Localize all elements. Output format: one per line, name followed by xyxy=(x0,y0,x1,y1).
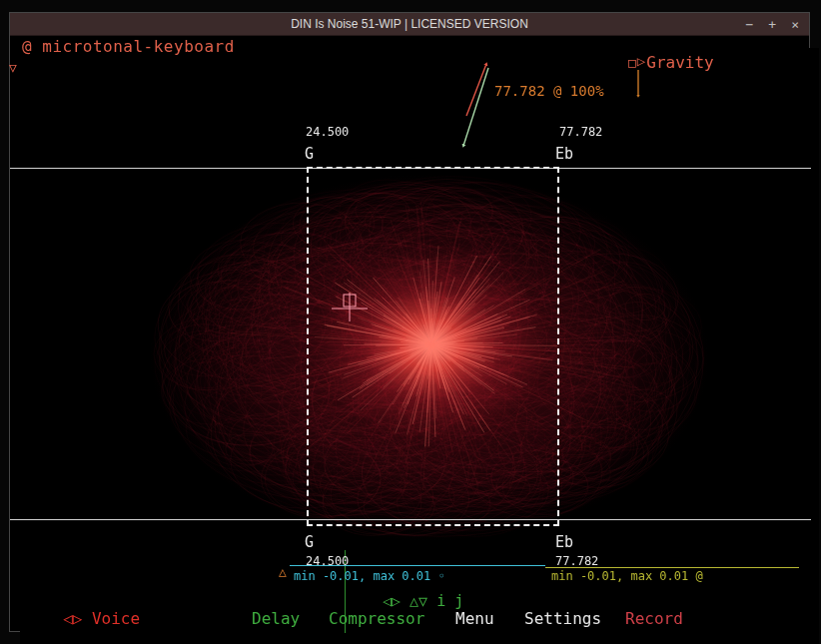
bottom-right-note: Eb xyxy=(555,534,573,551)
menu-item-voice[interactable]: ◁▷ Voice xyxy=(63,610,140,628)
menu-item-settings[interactable]: Settings xyxy=(524,610,601,628)
menu-item-delay[interactable]: Delay xyxy=(252,610,300,628)
top-left-note: G xyxy=(305,146,314,163)
octave-region[interactable] xyxy=(307,167,559,526)
gravity-control[interactable]: □ ▷ Gravity xyxy=(628,54,714,72)
left-param-slider[interactable] xyxy=(290,565,545,566)
right-param-slider[interactable] xyxy=(545,567,799,568)
top-right-frequency: 77.782 xyxy=(559,126,602,139)
titlebar[interactable]: DIN Is Noise 51-WIP | LICENSED VERSION −… xyxy=(10,13,809,36)
menu-item-record[interactable]: Record xyxy=(625,610,683,628)
range-drag-marker[interactable]: △ xyxy=(279,565,287,579)
maximize-button[interactable]: + xyxy=(768,18,776,31)
window-title: DIN Is Noise 51-WIP | LICENSED VERSION xyxy=(291,17,528,31)
bottom-left-note: G xyxy=(305,534,314,551)
left-minmax-label: min -0.01, max 0.01 ◦ xyxy=(294,570,445,583)
minimize-button[interactable]: − xyxy=(746,18,754,31)
top-right-note: Eb xyxy=(555,146,573,163)
gravity-play-icon[interactable]: ▷ xyxy=(637,54,645,69)
window-controls: − + × xyxy=(746,13,799,35)
close-button[interactable]: × xyxy=(791,18,799,31)
bottom-left-frequency: 24.500 xyxy=(306,555,349,568)
nav-hints: ◁▷ △▽ i j xyxy=(383,593,463,610)
editor-name-label: @ microtonal-keyboard xyxy=(22,38,235,56)
menu-item-menu[interactable]: Menu xyxy=(455,610,494,628)
top-left-frequency: 24.500 xyxy=(306,126,349,139)
gravity-label: Gravity xyxy=(646,54,713,72)
right-minmax-label: min -0.01, max 0.01 @ xyxy=(551,570,703,583)
menu-item-compressor[interactable]: Compressor xyxy=(329,610,424,628)
gravity-box-icon[interactable]: □ xyxy=(628,56,636,70)
app-window: DIN Is Noise 51-WIP | LICENSED VERSION −… xyxy=(0,0,821,644)
left-edge-marker[interactable]: ▽ xyxy=(9,61,17,75)
gravity-magnitude-label: 77.782 @ 100% xyxy=(494,84,604,99)
